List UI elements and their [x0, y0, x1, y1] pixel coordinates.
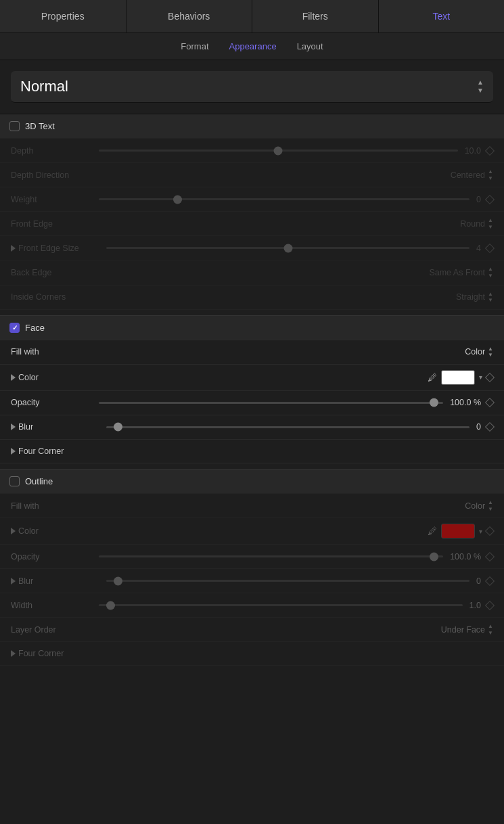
prop-fes-value: 4	[476, 244, 481, 253]
outline-width-keyframe[interactable]	[485, 601, 495, 610]
prop-outline-lo-label: Layer Order	[11, 625, 92, 635]
be-stepper[interactable]: ▲▼	[488, 266, 493, 279]
style-dropdown[interactable]: Normal ▲ ▼	[11, 71, 493, 103]
prop-outline-opacity: Opacity 100.0 %	[0, 544, 504, 568]
outline-color-keyframe[interactable]	[485, 526, 495, 536]
prop-outline-fill-with: Fill with Color ▲▼	[0, 493, 504, 518]
prop-face-opacity-label: Opacity	[11, 398, 92, 407]
tab-behaviors[interactable]: Behaviors	[127, 0, 253, 32]
section-face-header[interactable]: Face	[0, 315, 504, 340]
prop-back-edge: Back Edge Same As Front ▲▼	[0, 260, 504, 284]
sub-tab-layout[interactable]: Layout	[297, 41, 323, 51]
prop-outline-width: Width 1.0	[0, 593, 504, 617]
ic-stepper[interactable]: ▲▼	[488, 291, 493, 304]
face-blur-thumb	[114, 423, 122, 432]
outline-opacity-keyframe[interactable]	[485, 552, 495, 562]
prop-outline-blur: Blur 0	[0, 568, 504, 593]
prop-face-fill-label: Fill with	[11, 347, 92, 357]
fe-stepper[interactable]: ▲▼	[488, 217, 493, 230]
prop-outline-fc-label: Four Corner	[18, 649, 99, 658]
prop-face-blur-value: 0	[476, 422, 481, 432]
outline-blur-slider[interactable]	[106, 580, 469, 582]
prop-outline-width-label: Width	[11, 601, 92, 610]
section-outline-title: Outline	[25, 476, 53, 486]
depth-keyframe[interactable]	[485, 145, 495, 155]
weight-slider[interactable]	[99, 198, 469, 200]
face-color-chevron-icon[interactable]: ▾	[479, 373, 482, 381]
expand-icon-outline-four-corner	[11, 650, 16, 657]
style-stepper[interactable]: ▲ ▼	[477, 79, 484, 94]
outline-color-chevron-icon[interactable]: ▾	[479, 528, 482, 535]
sub-tab-appearance[interactable]: Appearance	[229, 41, 277, 51]
prop-face-blur-label: Blur	[18, 422, 99, 432]
expand-icon-fes	[11, 245, 16, 252]
prop-depth: Depth 10.0	[0, 138, 504, 162]
prop-face-fc-label: Four Corner	[18, 447, 99, 456]
fes-keyframe[interactable]	[485, 244, 495, 253]
section-face-title: Face	[25, 323, 45, 333]
expand-icon-outline-color	[11, 528, 16, 534]
face-opacity-thumb	[430, 398, 438, 407]
prop-be-value: Same As Front ▲▼	[429, 266, 493, 279]
outline-blur-thumb	[114, 576, 122, 585]
prop-weight-label: Weight	[11, 195, 92, 204]
lo-stepper[interactable]: ▲▼	[488, 623, 493, 636]
stepper-up-icon: ▲	[477, 79, 484, 86]
face-color-dropper-icon[interactable]: 🖉	[428, 372, 437, 383]
prop-outline-color: Color 🖉 ▾	[0, 518, 504, 544]
style-dropdown-value: Normal	[20, 78, 68, 95]
face-opacity-slider[interactable]	[99, 402, 443, 404]
face-color-keyframe[interactable]	[485, 373, 495, 382]
depth-slider[interactable]	[99, 150, 458, 152]
face-opacity-keyframe[interactable]	[485, 398, 495, 407]
section-3d-text-props: Depth 10.0 Depth Direction Centered ▲▼ W…	[0, 138, 504, 310]
prop-outline-blur-value: 0	[476, 576, 481, 586]
prop-outline-width-value: 1.0	[469, 601, 481, 610]
expand-icon-outline-blur	[11, 578, 16, 585]
outline-color-swatch[interactable]	[441, 524, 475, 539]
checkbox-outline[interactable]	[9, 476, 20, 486]
outline-width-slider[interactable]	[99, 604, 463, 606]
prop-face-color-label: Color	[18, 373, 99, 382]
checkbox-face[interactable]	[9, 323, 20, 333]
sub-tab-format[interactable]: Format	[181, 41, 208, 51]
prop-outline-opacity-value: 100.0 %	[450, 552, 481, 562]
prop-outline-fill-value: Color ▲▼	[465, 499, 493, 512]
outline-blur-keyframe[interactable]	[485, 576, 495, 586]
prop-outline-four-corner[interactable]: Four Corner	[0, 641, 504, 666]
section-3d-text-header[interactable]: 3D Text	[0, 114, 504, 138]
face-blur-keyframe[interactable]	[485, 422, 495, 432]
section-outline-props: Fill with Color ▲▼ Color 🖉 ▾ Opacity 100…	[0, 493, 504, 666]
prop-face-four-corner[interactable]: Four Corner	[0, 439, 504, 463]
prop-outline-lo-value: Under Face ▲▼	[441, 623, 493, 636]
face-color-swatch[interactable]	[441, 370, 475, 385]
weight-keyframe[interactable]	[485, 195, 495, 204]
prop-outline-opacity-label: Opacity	[11, 552, 92, 562]
dd-stepper[interactable]: ▲▼	[488, 168, 493, 181]
expand-icon-face-color	[11, 374, 16, 381]
prop-depth-value: 10.0	[465, 146, 481, 156]
prop-ic-value: Straight ▲▼	[456, 291, 493, 304]
tab-properties[interactable]: Properties	[0, 0, 127, 32]
tab-filters[interactable]: Filters	[252, 0, 379, 32]
outline-color-dropper-icon[interactable]: 🖉	[428, 526, 437, 536]
prop-face-opacity: Opacity 100.0 %	[0, 390, 504, 415]
section-face-props: Fill with Color ▲▼ Color 🖉 ▾ Opacity 100…	[0, 340, 504, 463]
prop-fe-value: Round ▲▼	[460, 217, 493, 230]
prop-depth-direction: Depth Direction Centered ▲▼	[0, 162, 504, 187]
outline-opacity-slider[interactable]	[99, 555, 443, 557]
checkbox-3d-text[interactable]	[9, 121, 20, 131]
top-tab-bar: Properties Behaviors Filters Text	[0, 0, 504, 33]
face-blur-slider[interactable]	[106, 426, 469, 428]
section-3d-text-title: 3D Text	[25, 121, 55, 131]
prop-fe-label: Front Edge	[11, 219, 92, 229]
section-outline-header[interactable]: Outline	[0, 469, 504, 493]
fes-thumb	[283, 244, 292, 252]
prop-dd-label: Depth Direction	[11, 170, 92, 180]
tab-text[interactable]: Text	[379, 0, 505, 32]
face-fill-stepper[interactable]: ▲▼	[488, 346, 493, 359]
fes-slider[interactable]	[106, 247, 469, 249]
prop-inside-corners: Inside Corners Straight ▲▼	[0, 285, 504, 310]
outline-fill-stepper[interactable]: ▲▼	[488, 499, 493, 512]
prop-face-color: Color 🖉 ▾	[0, 364, 504, 390]
